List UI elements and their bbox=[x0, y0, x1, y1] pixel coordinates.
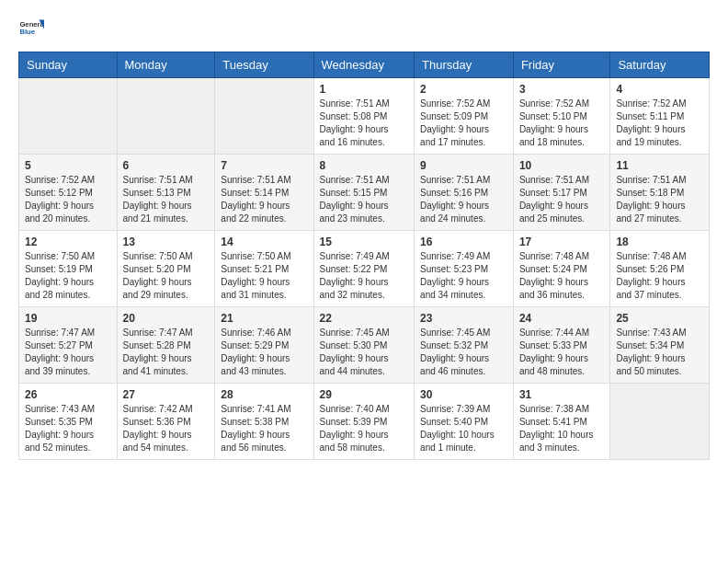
calendar-cell: 27Sunrise: 7:42 AM Sunset: 5:36 PM Dayli… bbox=[117, 384, 215, 460]
day-number: 14 bbox=[221, 236, 307, 248]
day-number: 1 bbox=[320, 83, 409, 96]
calendar-cell: 18Sunrise: 7:48 AM Sunset: 5:26 PM Dayli… bbox=[610, 231, 710, 307]
day-info: Sunrise: 7:50 AM Sunset: 5:21 PM Dayligh… bbox=[221, 250, 307, 302]
day-info: Sunrise: 7:51 AM Sunset: 5:13 PM Dayligh… bbox=[123, 174, 210, 225]
day-info: Sunrise: 7:40 AM Sunset: 5:39 PM Dayligh… bbox=[320, 403, 409, 454]
weekday-header-friday: Friday bbox=[513, 52, 610, 78]
day-number: 30 bbox=[420, 388, 507, 401]
day-number: 20 bbox=[123, 312, 210, 325]
calendar-cell: 4Sunrise: 7:52 AM Sunset: 5:11 PM Daylig… bbox=[610, 78, 710, 155]
day-number: 16 bbox=[420, 236, 507, 248]
day-number: 15 bbox=[320, 236, 409, 248]
calendar-cell: 29Sunrise: 7:40 AM Sunset: 5:39 PM Dayli… bbox=[313, 384, 415, 460]
calendar-cell: 17Sunrise: 7:48 AM Sunset: 5:24 PM Dayli… bbox=[513, 231, 610, 307]
header: General Blue bbox=[18, 15, 710, 40]
day-number: 13 bbox=[123, 236, 210, 248]
calendar-cell: 8Sunrise: 7:51 AM Sunset: 5:15 PM Daylig… bbox=[313, 155, 415, 231]
calendar-cell: 22Sunrise: 7:45 AM Sunset: 5:30 PM Dayli… bbox=[313, 307, 415, 384]
day-info: Sunrise: 7:51 AM Sunset: 5:15 PM Dayligh… bbox=[320, 174, 409, 225]
logo-icon: General Blue bbox=[18, 15, 44, 40]
day-info: Sunrise: 7:52 AM Sunset: 5:09 PM Dayligh… bbox=[420, 98, 507, 149]
weekday-header-thursday: Thursday bbox=[415, 52, 514, 78]
day-info: Sunrise: 7:51 AM Sunset: 5:14 PM Dayligh… bbox=[221, 174, 307, 225]
day-info: Sunrise: 7:45 AM Sunset: 5:30 PM Dayligh… bbox=[320, 327, 409, 378]
weekday-header-sunday: Sunday bbox=[19, 52, 118, 78]
day-number: 17 bbox=[519, 236, 605, 248]
calendar-cell: 2Sunrise: 7:52 AM Sunset: 5:09 PM Daylig… bbox=[415, 78, 514, 155]
day-number: 21 bbox=[221, 312, 307, 325]
calendar-cell: 9Sunrise: 7:51 AM Sunset: 5:16 PM Daylig… bbox=[415, 155, 514, 231]
day-number: 23 bbox=[420, 312, 507, 325]
day-info: Sunrise: 7:43 AM Sunset: 5:35 PM Dayligh… bbox=[25, 403, 111, 454]
calendar-cell: 7Sunrise: 7:51 AM Sunset: 5:14 PM Daylig… bbox=[215, 155, 313, 231]
day-info: Sunrise: 7:52 AM Sunset: 5:11 PM Dayligh… bbox=[616, 98, 703, 149]
day-info: Sunrise: 7:49 AM Sunset: 5:23 PM Dayligh… bbox=[420, 250, 507, 302]
calendar-cell bbox=[19, 78, 118, 155]
day-number: 3 bbox=[519, 83, 605, 96]
day-info: Sunrise: 7:52 AM Sunset: 5:12 PM Dayligh… bbox=[25, 174, 111, 225]
day-info: Sunrise: 7:52 AM Sunset: 5:10 PM Dayligh… bbox=[519, 98, 605, 149]
calendar-cell: 21Sunrise: 7:46 AM Sunset: 5:29 PM Dayli… bbox=[215, 307, 313, 384]
weekday-header-monday: Monday bbox=[117, 52, 215, 78]
day-number: 5 bbox=[25, 159, 111, 172]
calendar-cell: 26Sunrise: 7:43 AM Sunset: 5:35 PM Dayli… bbox=[19, 384, 118, 460]
week-row-5: 26Sunrise: 7:43 AM Sunset: 5:35 PM Dayli… bbox=[19, 384, 710, 460]
day-info: Sunrise: 7:51 AM Sunset: 5:17 PM Dayligh… bbox=[519, 174, 605, 225]
calendar-cell: 12Sunrise: 7:50 AM Sunset: 5:19 PM Dayli… bbox=[19, 231, 118, 307]
day-info: Sunrise: 7:41 AM Sunset: 5:38 PM Dayligh… bbox=[221, 403, 307, 454]
day-number: 18 bbox=[616, 236, 703, 248]
day-number: 9 bbox=[420, 159, 507, 172]
calendar-cell: 25Sunrise: 7:43 AM Sunset: 5:34 PM Dayli… bbox=[610, 307, 710, 384]
calendar-cell: 14Sunrise: 7:50 AM Sunset: 5:21 PM Dayli… bbox=[215, 231, 313, 307]
calendar-cell bbox=[215, 78, 313, 155]
day-info: Sunrise: 7:45 AM Sunset: 5:32 PM Dayligh… bbox=[420, 327, 507, 378]
day-number: 29 bbox=[320, 388, 409, 401]
day-info: Sunrise: 7:39 AM Sunset: 5:40 PM Dayligh… bbox=[420, 403, 507, 454]
day-info: Sunrise: 7:47 AM Sunset: 5:27 PM Dayligh… bbox=[25, 327, 111, 378]
svg-text:Blue: Blue bbox=[19, 28, 35, 36]
day-number: 2 bbox=[420, 83, 507, 96]
week-row-4: 19Sunrise: 7:47 AM Sunset: 5:27 PM Dayli… bbox=[19, 307, 710, 384]
day-info: Sunrise: 7:48 AM Sunset: 5:26 PM Dayligh… bbox=[616, 250, 703, 302]
logo: General Blue bbox=[18, 15, 44, 40]
day-number: 27 bbox=[123, 388, 210, 401]
day-number: 31 bbox=[519, 388, 605, 401]
day-number: 19 bbox=[25, 312, 111, 325]
week-row-3: 12Sunrise: 7:50 AM Sunset: 5:19 PM Dayli… bbox=[19, 231, 710, 307]
day-info: Sunrise: 7:47 AM Sunset: 5:28 PM Dayligh… bbox=[123, 327, 210, 378]
day-number: 11 bbox=[616, 159, 703, 172]
week-row-2: 5Sunrise: 7:52 AM Sunset: 5:12 PM Daylig… bbox=[19, 155, 710, 231]
calendar-cell: 28Sunrise: 7:41 AM Sunset: 5:38 PM Dayli… bbox=[215, 384, 313, 460]
calendar-cell: 16Sunrise: 7:49 AM Sunset: 5:23 PM Dayli… bbox=[415, 231, 514, 307]
calendar-table: SundayMondayTuesdayWednesdayThursdayFrid… bbox=[18, 52, 710, 460]
day-info: Sunrise: 7:51 AM Sunset: 5:18 PM Dayligh… bbox=[616, 174, 703, 225]
day-number: 12 bbox=[25, 236, 111, 248]
day-info: Sunrise: 7:46 AM Sunset: 5:29 PM Dayligh… bbox=[221, 327, 307, 378]
day-number: 24 bbox=[519, 312, 605, 325]
day-number: 10 bbox=[519, 159, 605, 172]
calendar-cell: 19Sunrise: 7:47 AM Sunset: 5:27 PM Dayli… bbox=[19, 307, 118, 384]
weekday-header-row: SundayMondayTuesdayWednesdayThursdayFrid… bbox=[19, 52, 710, 78]
day-info: Sunrise: 7:38 AM Sunset: 5:41 PM Dayligh… bbox=[519, 403, 605, 454]
page: General Blue SundayMondayTuesdayWednesda… bbox=[0, 0, 728, 478]
day-number: 4 bbox=[616, 83, 703, 96]
calendar-cell bbox=[117, 78, 215, 155]
day-info: Sunrise: 7:51 AM Sunset: 5:16 PM Dayligh… bbox=[420, 174, 507, 225]
day-number: 28 bbox=[221, 388, 307, 401]
day-info: Sunrise: 7:44 AM Sunset: 5:33 PM Dayligh… bbox=[519, 327, 605, 378]
day-number: 26 bbox=[25, 388, 111, 401]
day-info: Sunrise: 7:51 AM Sunset: 5:08 PM Dayligh… bbox=[320, 98, 409, 149]
calendar-cell: 6Sunrise: 7:51 AM Sunset: 5:13 PM Daylig… bbox=[117, 155, 215, 231]
calendar-cell: 15Sunrise: 7:49 AM Sunset: 5:22 PM Dayli… bbox=[313, 231, 415, 307]
day-info: Sunrise: 7:42 AM Sunset: 5:36 PM Dayligh… bbox=[123, 403, 210, 454]
day-info: Sunrise: 7:43 AM Sunset: 5:34 PM Dayligh… bbox=[616, 327, 703, 378]
calendar-cell: 10Sunrise: 7:51 AM Sunset: 5:17 PM Dayli… bbox=[513, 155, 610, 231]
weekday-header-saturday: Saturday bbox=[610, 52, 710, 78]
week-row-1: 1Sunrise: 7:51 AM Sunset: 5:08 PM Daylig… bbox=[19, 78, 710, 155]
calendar-cell: 5Sunrise: 7:52 AM Sunset: 5:12 PM Daylig… bbox=[19, 155, 118, 231]
weekday-header-wednesday: Wednesday bbox=[313, 52, 415, 78]
calendar-cell: 24Sunrise: 7:44 AM Sunset: 5:33 PM Dayli… bbox=[513, 307, 610, 384]
day-info: Sunrise: 7:50 AM Sunset: 5:19 PM Dayligh… bbox=[25, 250, 111, 302]
calendar-cell: 1Sunrise: 7:51 AM Sunset: 5:08 PM Daylig… bbox=[313, 78, 415, 155]
calendar-cell: 31Sunrise: 7:38 AM Sunset: 5:41 PM Dayli… bbox=[513, 384, 610, 460]
